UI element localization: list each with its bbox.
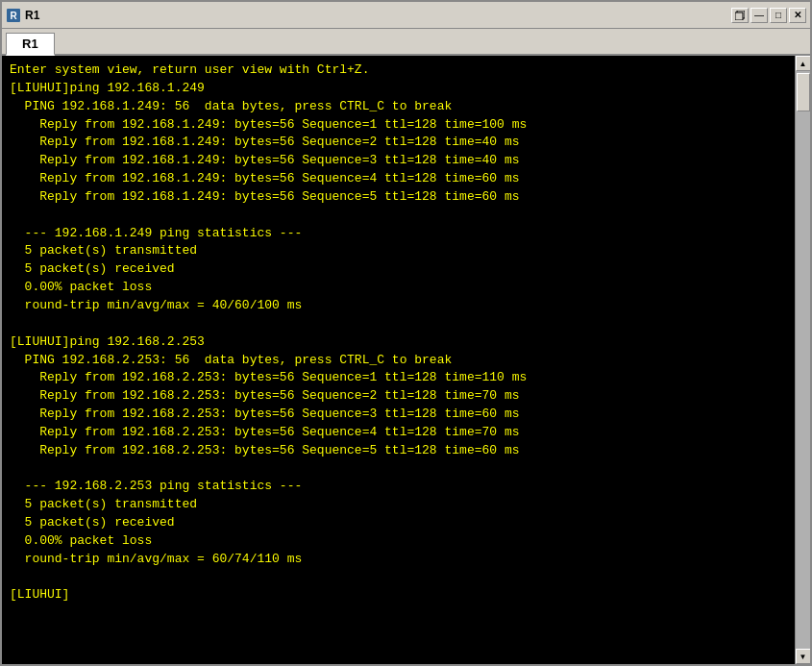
minimize-button[interactable]: — — [750, 8, 768, 23]
main-window: R R1 — □ ✕ R1 Enter system view, return … — [0, 0, 812, 666]
window-title: R1 — [25, 9, 727, 22]
scrollbar-track[interactable] — [796, 71, 810, 649]
terminal-output[interactable]: Enter system view, return user view with… — [2, 56, 795, 664]
tab-r1[interactable]: R1 — [6, 33, 55, 56]
maximize-button[interactable]: □ — [770, 8, 787, 23]
restore-button[interactable] — [731, 8, 749, 23]
svg-text:R: R — [10, 11, 17, 21]
scroll-up-button[interactable]: ▲ — [796, 56, 811, 71]
window-icon: R — [6, 8, 21, 23]
svg-rect-3 — [735, 12, 743, 20]
scrollbar-thumb[interactable] — [797, 73, 810, 111]
window-controls: — □ ✕ — [731, 8, 806, 23]
scroll-down-button[interactable]: ▼ — [796, 649, 811, 664]
terminal-area: Enter system view, return user view with… — [2, 56, 810, 664]
scrollbar: ▲ ▼ — [795, 56, 810, 664]
title-bar: R R1 — □ ✕ — [2, 2, 810, 29]
tab-bar: R1 — [2, 29, 810, 56]
close-button[interactable]: ✕ — [789, 8, 806, 23]
